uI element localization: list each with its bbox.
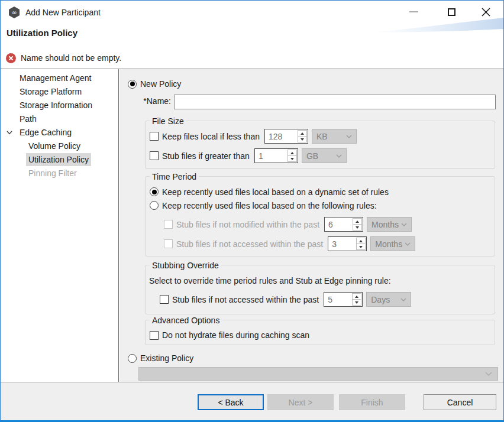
- spin-up-button: [288, 150, 296, 155]
- group-stubbing-override: Stubbing Override Select to override tim…: [145, 265, 495, 314]
- spin-buttons: [356, 238, 366, 250]
- keep-files-local-row: Keep files local if less than 128 KB: [146, 126, 495, 146]
- stubbing-override-description: Select to override time period rules and…: [146, 276, 495, 288]
- months-unit-dropdown: Months: [367, 217, 412, 232]
- finish-button: Finish: [339, 394, 405, 410]
- window-title: Add New Participant: [25, 1, 101, 24]
- not-accessed-row: Stub files if not accessed within the pa…: [146, 234, 495, 254]
- no-hydrate-checkbox[interactable]: [150, 331, 159, 340]
- close-icon: [482, 8, 490, 17]
- name-input[interactable]: [174, 95, 496, 109]
- footer: < Back Next > Finish Cancel: [1, 382, 504, 420]
- existing-policy-label: Existing Policy: [140, 353, 193, 363]
- group-file-size-label: File Size: [150, 116, 186, 126]
- page-title: Utilization Policy: [7, 28, 77, 38]
- back-button[interactable]: < Back: [198, 394, 264, 410]
- sidebar-item-storage-platform[interactable]: Storage Platform: [1, 85, 118, 99]
- sidebar-item-volume-policy[interactable]: Volume Policy: [1, 139, 118, 153]
- override-spinner: 5: [324, 292, 363, 307]
- stub-files-greater-label: Stub files if greater than: [162, 151, 250, 161]
- not-accessed-label: Stub files if not accessed within the pa…: [176, 239, 323, 249]
- chevron-down-icon: [400, 298, 406, 301]
- days-unit-dropdown: Days: [366, 292, 411, 307]
- cancel-button[interactable]: Cancel: [424, 394, 496, 410]
- minimize-button: [405, 4, 422, 20]
- override-not-accessed-row: Stub files if not accessed within the pa…: [146, 290, 495, 309]
- wizard-sidebar: Management Agent Storage Platform Storag…: [1, 69, 119, 382]
- spin-down-button: [357, 244, 365, 249]
- sidebar-item-edge-caching[interactable]: Edge Caching: [1, 126, 118, 139]
- chevron-down-icon: [401, 223, 407, 226]
- minimize-icon: [409, 11, 418, 12]
- not-accessed-value: 3: [328, 237, 356, 251]
- stub-files-greater-checkbox[interactable]: [150, 151, 159, 160]
- chevron-down-icon: [336, 154, 342, 158]
- next-button: Next >: [267, 394, 334, 410]
- keep-files-local-value: 128: [265, 129, 297, 143]
- group-file-size: File Size Keep files local if less than …: [145, 121, 495, 169]
- error-icon: [6, 53, 16, 63]
- maximize-button[interactable]: [442, 4, 460, 20]
- new-policy-option[interactable]: New Policy: [128, 79, 181, 89]
- dynamic-rules-radio[interactable]: [150, 187, 159, 196]
- spin-up-button: [353, 294, 361, 299]
- group-stubbing-override-label: Stubbing Override: [150, 261, 221, 270]
- chevron-down-icon: [485, 372, 492, 376]
- group-advanced-options: Advanced Options Do not hydrate files du…: [145, 320, 495, 345]
- stub-files-greater-value: 1: [255, 149, 287, 163]
- dynamic-rules-option[interactable]: Keep recently used files local based on …: [146, 185, 495, 199]
- new-policy-radio[interactable]: [128, 80, 137, 89]
- error-message: Name should not be empty.: [21, 53, 121, 63]
- spin-down-button: [353, 224, 361, 230]
- months-unit-dropdown: Months: [370, 236, 415, 251]
- svg-text:∞: ∞: [11, 9, 17, 17]
- keep-files-local-spinner: 128: [264, 129, 308, 144]
- sidebar-item-pinning-filter: Pinning Filter: [1, 167, 118, 180]
- keep-files-local-checkbox[interactable]: [150, 132, 159, 141]
- dynamic-rules-label: Keep recently used files local based on …: [162, 187, 389, 197]
- spin-up-button: [298, 131, 306, 136]
- no-hydrate-label: Do not hydrate files during caching scan: [162, 330, 309, 340]
- spin-buttons: [352, 293, 361, 306]
- following-rules-option[interactable]: Keep recently used files local based on …: [146, 199, 495, 212]
- following-rules-radio[interactable]: [150, 201, 159, 210]
- override-value: 5: [324, 293, 351, 306]
- spin-down-button: [288, 155, 296, 161]
- main-panel: New Policy *Name: File Size Keep files l…: [119, 69, 504, 382]
- wizard-buttons: < Back Next > Finish Cancel: [198, 394, 496, 410]
- validation-error: Name should not be empty.: [6, 52, 121, 64]
- sidebar-item-management-agent[interactable]: Management Agent: [1, 72, 118, 85]
- chevron-down-icon: [346, 135, 352, 138]
- spin-buttons: [298, 130, 307, 142]
- maximize-icon: [448, 8, 455, 16]
- following-rules-label: Keep recently used files local based on …: [162, 201, 377, 210]
- spin-up-button: [353, 219, 361, 224]
- stub-files-greater-spinner: 1: [254, 148, 298, 163]
- dialog-window: ∞ Add New Participant Utilization P: [0, 0, 504, 422]
- not-accessed-spinner: 3: [328, 236, 367, 251]
- group-advanced-options-label: Advanced Options: [150, 316, 222, 325]
- group-time-period: Time Period Keep recently used files loc…: [145, 176, 495, 257]
- not-modified-row: Stub files if not modified within the pa…: [146, 215, 495, 234]
- not-modified-spinner: 6: [324, 217, 363, 232]
- override-not-accessed-label: Stub files if not accessed within the pa…: [172, 295, 319, 304]
- not-modified-label: Stub files if not modified within the pa…: [176, 220, 319, 229]
- keep-files-local-label: Keep files local if less than: [162, 132, 260, 141]
- override-not-accessed-checkbox[interactable]: [160, 295, 169, 304]
- chevron-down-icon[interactable]: [6, 129, 13, 136]
- stub-files-greater-row: Stub files if greater than 1 GB: [146, 146, 495, 165]
- chevron-down-icon: [405, 242, 411, 246]
- existing-policy-option[interactable]: Existing Policy: [128, 353, 193, 363]
- name-label: *Name:: [119, 96, 171, 106]
- sidebar-item-path[interactable]: Path: [1, 112, 118, 126]
- spin-buttons: [353, 218, 362, 231]
- sidebar-item-utilization-policy[interactable]: Utilization Policy: [1, 153, 118, 167]
- no-hydrate-row: Do not hydrate files during caching scan: [146, 328, 495, 342]
- titlebar: ∞ Add New Participant: [1, 1, 503, 24]
- spin-down-button: [298, 136, 306, 142]
- not-modified-checkbox: [164, 220, 173, 229]
- existing-policy-radio[interactable]: [128, 354, 137, 363]
- close-button[interactable]: [477, 4, 495, 20]
- sidebar-item-storage-information[interactable]: Storage Information: [1, 99, 118, 112]
- new-policy-label: New Policy: [140, 79, 181, 89]
